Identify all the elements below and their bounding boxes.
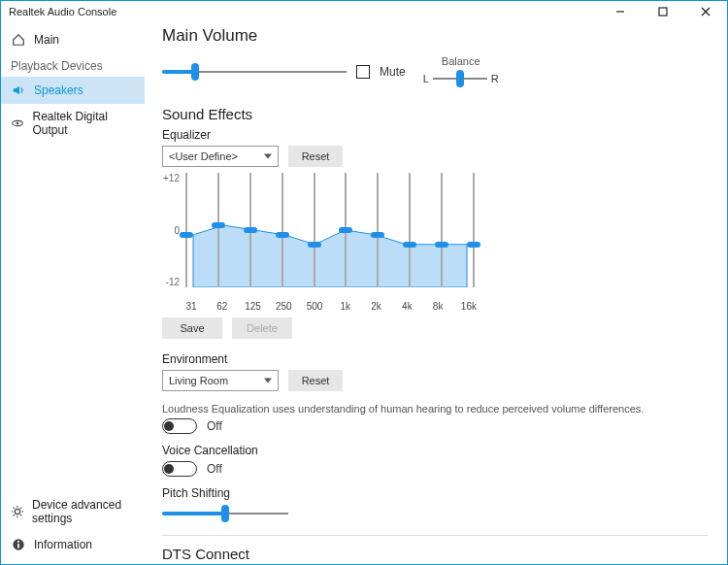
sidebar-item-digital-output[interactable]: Realtek Digital Output <box>1 104 145 143</box>
sidebar-section-playback: Playback Devices <box>1 53 145 77</box>
loudness-state: Off <box>207 419 222 433</box>
eq-band-slider[interactable] <box>473 173 475 287</box>
eq-freq-label: 4k <box>397 301 416 312</box>
loudness-toggle[interactable] <box>162 418 197 434</box>
dts-connect-heading: DTS Connect <box>162 546 708 562</box>
divider <box>162 535 708 536</box>
select-value: Living Room <box>169 375 228 386</box>
balance-left-label: L <box>423 73 429 84</box>
sidebar-item-label: Realtek Digital Output <box>32 110 135 137</box>
eq-freq-label: 2k <box>367 301 386 312</box>
voice-cancellation-toggle[interactable] <box>162 461 197 477</box>
environment-select[interactable]: Living Room <box>162 370 279 391</box>
eq-frequency-labels: 31621252505001k2k4k8k16k <box>180 299 480 312</box>
svg-point-9 <box>17 541 19 543</box>
balance-slider[interactable] <box>433 69 487 88</box>
eq-freq-label: 125 <box>244 301 263 312</box>
equalizer-delete-button[interactable]: Delete <box>232 317 292 339</box>
eq-band-slider[interactable] <box>249 173 251 287</box>
sidebar-item-information[interactable]: Information <box>1 531 145 558</box>
eq-scale-bot: -12 <box>162 277 180 287</box>
gear-icon <box>11 504 24 519</box>
eq-band-slider[interactable] <box>345 173 347 287</box>
eq-band-slider[interactable] <box>441 173 443 287</box>
main-volume-heading: Main Volume <box>162 26 708 46</box>
balance-label: Balance <box>442 55 480 67</box>
eq-freq-label: 1k <box>336 301 355 312</box>
sidebar-item-label: Speakers <box>34 83 83 97</box>
sidebar-item-label: Main <box>34 33 59 47</box>
sidebar-item-label: Information <box>34 538 92 551</box>
speaker-icon <box>11 83 26 98</box>
eq-band-slider[interactable] <box>314 173 315 287</box>
sound-effects-heading: Sound Effects <box>162 106 708 122</box>
sidebar: Main Playback Devices Speakers Realtek D… <box>1 22 145 565</box>
eq-band-slider[interactable] <box>409 173 411 287</box>
minimize-button[interactable] <box>599 1 642 22</box>
eq-band-slider[interactable] <box>377 173 379 287</box>
eq-freq-label: 16k <box>459 301 479 312</box>
sidebar-item-label: Device advanced settings <box>32 498 135 525</box>
balance-right-label: R <box>491 73 499 84</box>
optical-icon <box>11 116 24 131</box>
eq-band-slider[interactable] <box>185 173 187 287</box>
eq-band-slider[interactable] <box>217 173 219 287</box>
window-title: Realtek Audio Console <box>9 6 116 17</box>
home-icon <box>11 32 26 48</box>
environment-reset-button[interactable]: Reset <box>288 370 343 391</box>
main-volume-slider[interactable] <box>162 62 347 82</box>
svg-rect-1 <box>659 8 667 16</box>
eq-freq-label: 250 <box>274 301 293 312</box>
voice-cancellation-label: Voice Cancellation <box>162 444 708 457</box>
titlebar: Realtek Audio Console <box>1 1 727 22</box>
maximize-button[interactable] <box>642 1 684 22</box>
eq-freq-label: 62 <box>213 301 232 312</box>
eq-freq-label: 500 <box>305 301 324 312</box>
sidebar-item-main[interactable]: Main <box>1 26 145 53</box>
info-icon <box>11 537 26 552</box>
eq-freq-label: 8k <box>428 301 447 312</box>
select-value: <User Define> <box>169 150 238 162</box>
equalizer-reset-button[interactable]: Reset <box>288 146 343 167</box>
svg-rect-8 <box>17 544 19 548</box>
eq-freq-label: 31 <box>182 301 201 312</box>
svg-point-5 <box>17 122 19 125</box>
mute-checkbox[interactable] <box>356 65 370 79</box>
close-button[interactable] <box>684 1 727 22</box>
eq-fill-area <box>185 173 475 287</box>
equalizer-graph <box>180 173 480 299</box>
pitch-shifting-slider[interactable] <box>162 504 288 523</box>
equalizer-save-button[interactable]: Save <box>162 317 222 339</box>
equalizer-label: Equalizer <box>162 128 708 142</box>
content-area: Main Volume Mute Balance L R <box>145 22 727 565</box>
svg-point-6 <box>15 509 19 514</box>
loudness-description: Loudness Equalization uses understanding… <box>162 403 708 415</box>
svg-marker-10 <box>193 225 467 287</box>
equalizer-preset-select[interactable]: <User Define> <box>162 146 279 167</box>
mute-label: Mute <box>380 65 406 79</box>
eq-scale-mid: 0 <box>162 225 180 236</box>
environment-label: Environment <box>162 352 708 366</box>
sidebar-item-speakers[interactable]: Speakers <box>1 77 145 104</box>
eq-scale-top: +12 <box>162 173 180 183</box>
pitch-shifting-label: Pitch Shifting <box>162 486 708 500</box>
sidebar-item-advanced[interactable]: Device advanced settings <box>1 492 145 531</box>
eq-band-slider[interactable] <box>281 173 283 287</box>
voice-cancellation-state: Off <box>207 462 222 476</box>
